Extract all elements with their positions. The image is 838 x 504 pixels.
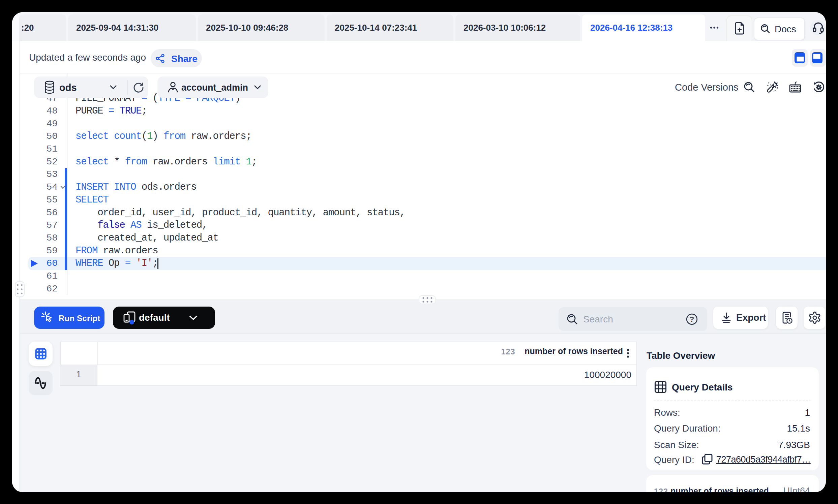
svg-text:?: ? xyxy=(690,315,694,323)
